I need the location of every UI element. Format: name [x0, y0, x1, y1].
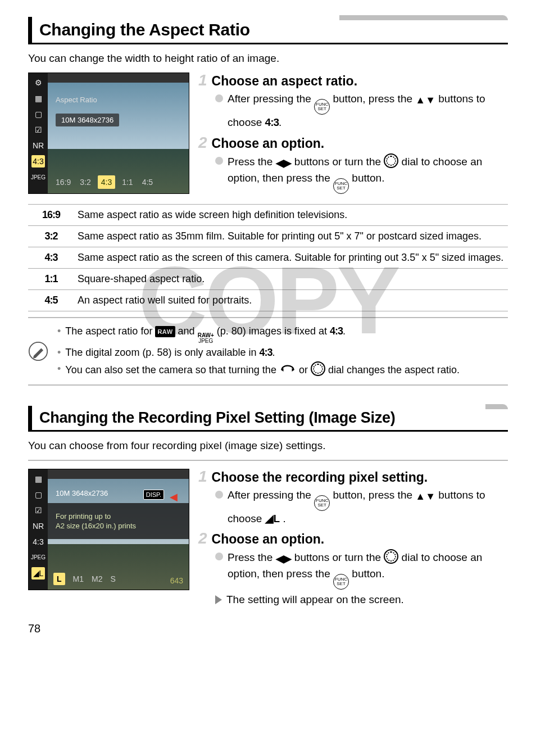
section1-heading-bar: Changing the Aspect Ratio [28, 17, 508, 44]
note2: • The digital zoom (p. 58) is only avail… [57, 345, 460, 360]
func-set-icon: FUNCSET [333, 574, 349, 590]
bullet-icon [215, 157, 223, 165]
aspect-ratio-screenshot: ⚙ ▦ ▢ ☑ NR 4:3 JPEG Aspect Ratio 10M 364… [28, 73, 189, 194]
dial-icon [384, 549, 398, 564]
s2-icon1: ▢ [31, 488, 45, 501]
left-right-icon: ◀▶ [276, 157, 292, 169]
heading-cap-decoration [339, 15, 508, 20]
opt-11: 1:1 [120, 175, 135, 189]
screenshot-options: 16:9 3:2 4:3 1:1 4:5 [53, 175, 155, 189]
table-row: 4:5An aspect ratio well suited for portr… [28, 289, 508, 311]
screenshot2-options: L M1 M2 S [53, 573, 116, 585]
opt-45: 4:5 [140, 175, 155, 189]
disp-button: DISP. [143, 490, 164, 500]
ratio-43: 4:3 [265, 116, 279, 128]
table-row: 3:2Same aspect ratio as 35mm film. Suita… [28, 225, 508, 247]
screenshot2-desc: For printing up to A2 size (16x20 in.) p… [56, 512, 136, 531]
s2-step2-title: Choose an option. [212, 532, 325, 547]
step1-text: After pressing the FUNCSET button, press… [228, 91, 508, 130]
s2-icon6: ◢L [31, 567, 45, 580]
s2-opt-S: S [110, 574, 115, 583]
sidebar-icon6: JPEG [31, 171, 45, 183]
s2-step1-number: 1 [198, 469, 207, 485]
left-right-icon: ◀▶ [276, 553, 292, 564]
screenshot2-sidebar: ▦ ▢ ☑ NR 4:3 JPEG ◢L [29, 469, 48, 590]
s2-icon2: ☑ [31, 504, 45, 517]
step2-number: 2 [198, 135, 207, 151]
page-number: 78 [28, 622, 508, 635]
section2-title: Changing the Recording Pixel Setting (Im… [39, 409, 395, 426]
dial-icon [384, 153, 398, 168]
result-arrow-icon [215, 595, 222, 604]
step2-title: Choose an option. [212, 136, 325, 151]
aspect-ratio-table: 16:9Same aspect ratio as wide screen hig… [28, 204, 508, 311]
step1-number: 1 [198, 73, 207, 88]
step1-title: Choose an aspect ratio. [212, 74, 357, 89]
recording-pixel-screenshot: ▦ ▢ ☑ NR 4:3 JPEG ◢L 10M 3648x2736 DISP.… [28, 469, 189, 590]
section2-heading-bar: Changing the Recording Pixel Setting (Im… [28, 406, 508, 432]
func-set-icon: FUNCSET [314, 495, 330, 511]
section1-intro: You can change the width to height ratio… [28, 52, 508, 65]
screenshot-sidebar: ⚙ ▦ ▢ ☑ NR 4:3 JPEG [29, 73, 48, 193]
step2-text: Press the ◀▶ buttons or turn the dial to… [228, 153, 508, 194]
red-arrow-icon: ◀ [170, 491, 178, 503]
s2-opt-M1: M1 [73, 574, 84, 583]
sidebar-icon0: ⚙ [31, 76, 45, 89]
sidebar-icon5: 4:3 [31, 155, 45, 168]
s2-icon5: JPEG [31, 551, 45, 564]
table-row: 16:9Same aspect ratio as wide screen hig… [28, 204, 508, 225]
sidebar-icon2: ▢ [31, 108, 45, 120]
s2-icon0: ▦ [31, 473, 45, 485]
screenshot2-value: 10M 3648x2736 [56, 489, 108, 497]
raw-icon: RAW [155, 326, 175, 338]
dial-icon [311, 361, 325, 376]
up-down-icon: ▲▼ [415, 94, 435, 106]
ring-icon [279, 364, 296, 375]
quality-icon: ◢L [265, 513, 280, 524]
notes-block: • The aspect ratio for RAW and RAW+JPEG … [28, 317, 508, 386]
s2-step1-title: Choose the recording pixel setting. [212, 470, 428, 485]
section1-title: Changing the Aspect Ratio [39, 20, 250, 39]
opt-43: 4:3 [98, 175, 115, 189]
raw-jpeg-icon: RAW+JPEG [198, 333, 214, 344]
bullet-icon [215, 94, 223, 102]
note3: • You can also set the camera so that tu… [57, 361, 460, 378]
section2-intro: You can choose from four recording pixel… [28, 440, 508, 461]
up-down-icon: ▲▼ [415, 491, 435, 502]
section2-instructions: 1 Choose the recording pixel setting. Af… [198, 469, 508, 612]
screenshot2-count: 643 [170, 576, 183, 585]
s2-step2-number: 2 [198, 531, 207, 546]
s2-step2-text: Press the ◀▶ buttons or turn the dial to… [228, 549, 508, 590]
pencil-note-icon [28, 341, 48, 361]
screenshot-resolution: 10M 3648x2736 [56, 114, 119, 126]
s2-icon4: 4:3 [31, 536, 45, 548]
table-row: 4:3Same aspect ratio as the screen of th… [28, 247, 508, 268]
sidebar-icon3: ☑ [31, 124, 45, 136]
screenshot-menu-title: Aspect Ratio [56, 96, 97, 104]
section1-instructions: 1 Choose an aspect ratio. After pressing… [198, 73, 508, 198]
s2-icon3: NR [31, 520, 45, 532]
sidebar-icon4: NR [31, 139, 45, 152]
bullet-icon [215, 491, 223, 499]
s2-opt-M2: M2 [92, 574, 102, 583]
s2-result: The setting will appear on the screen. [226, 592, 404, 608]
heading-cap-decoration [485, 404, 508, 409]
note1: • The aspect ratio for RAW and RAW+JPEG … [57, 324, 460, 344]
bullet-icon [215, 553, 223, 560]
func-set-icon: FUNCSET [333, 178, 349, 194]
sidebar-icon1: ▦ [31, 92, 45, 105]
opt-32: 3:2 [78, 175, 93, 189]
s2-opt-L: L [53, 573, 65, 585]
func-set-icon: FUNCSET [314, 99, 330, 115]
table-row: 1:1Square-shaped aspect ratio. [28, 268, 508, 289]
opt-169: 16:9 [53, 175, 73, 189]
s2-step1-text: After pressing the FUNCSET button, press… [228, 487, 508, 527]
